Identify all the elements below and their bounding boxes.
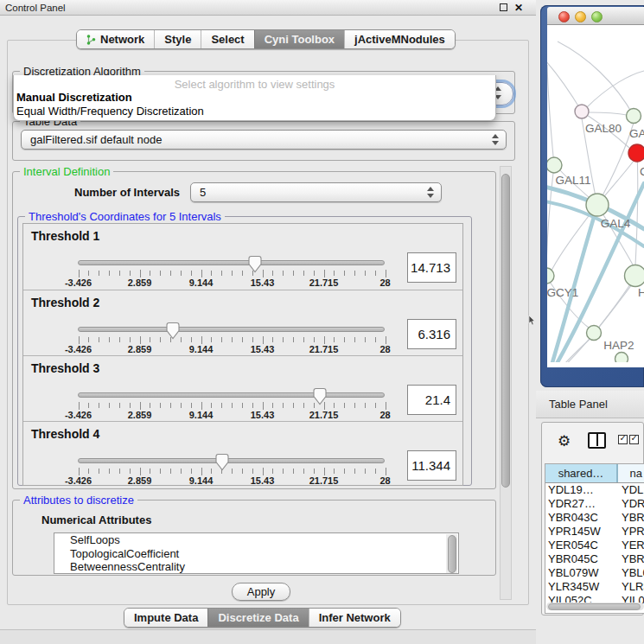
- node-ga[interactable]: [627, 109, 641, 124]
- network-graph[interactable]: GAL80 GA C GAL11 GAL4 GCY1 H HAP2: [547, 25, 644, 362]
- table-cell[interactable]: YBL0: [618, 566, 644, 580]
- threshold-value-box[interactable]: 6.316: [407, 319, 456, 349]
- table-cell[interactable]: YDL19…: [545, 483, 618, 497]
- table-cell[interactable]: YBL079W: [545, 566, 618, 580]
- combo-stepper-icon[interactable]: [490, 131, 501, 149]
- table-cell[interactable]: YLR345W: [545, 580, 618, 594]
- minimize-light-icon[interactable]: [575, 11, 586, 22]
- tab-label: jActiveMNodules: [354, 33, 445, 46]
- scrollbar-thumb[interactable]: [548, 603, 641, 610]
- table-cell[interactable]: YBR0: [618, 511, 644, 525]
- node-h[interactable]: [625, 265, 644, 287]
- table-cell[interactable]: YBR045C: [545, 552, 618, 566]
- checkboxes-icon[interactable]: [618, 435, 639, 444]
- node-gal80[interactable]: [575, 105, 589, 118]
- node-attribute-table[interactable]: shared… na YDL19…YDL1YDR27…YDR2YBR043CYB…: [545, 463, 644, 614]
- zoom-light-icon[interactable]: [591, 11, 603, 22]
- slider-tick: [109, 337, 110, 342]
- slider-track[interactable]: [78, 327, 385, 332]
- threshold-label: Threshold 3: [31, 361, 99, 375]
- slider-tick: [386, 336, 386, 344]
- table-row[interactable]: YBL079WYBL0: [545, 566, 644, 580]
- node-gal4[interactable]: [586, 194, 609, 216]
- table-cell[interactable]: YDR27…: [545, 497, 618, 511]
- table-cell[interactable]: YBR043C: [545, 511, 618, 525]
- algorithm-hint-item: Select algorithm to view settings: [14, 75, 495, 91]
- float-window-icon[interactable]: [500, 3, 507, 11]
- table-cell[interactable]: YLR3: [618, 580, 644, 594]
- slider-tick: [386, 468, 386, 475]
- split-columns-icon[interactable]: [588, 432, 606, 449]
- slider-tick: [181, 469, 182, 474]
- network-window-titlebar[interactable]: [547, 7, 644, 25]
- panel-vertical-scrollbar[interactable]: [500, 166, 512, 600]
- table-row[interactable]: YDL19…YDL1: [545, 483, 644, 497]
- tab-jactivemnodules[interactable]: jActiveMNodules: [344, 30, 455, 48]
- slider-tick: [334, 271, 335, 276]
- slider-track[interactable]: [78, 260, 385, 265]
- table-cell[interactable]: YPR1: [618, 525, 644, 539]
- node-red[interactable]: [628, 144, 644, 162]
- node-gal11[interactable]: [547, 157, 562, 173]
- tab-style[interactable]: Style: [154, 30, 201, 48]
- table-row[interactable]: YER054CYER0: [545, 539, 644, 552]
- algorithm-option-manual[interactable]: Manual Discretization: [14, 91, 495, 105]
- threshold-row: Threshold 1-3.4262.8599.14415.4321.71528…: [23, 224, 462, 290]
- table-row[interactable]: YLR345WYLR3: [545, 580, 644, 594]
- close-icon[interactable]: [513, 1, 525, 15]
- tab-infer-network[interactable]: Infer Network: [309, 609, 400, 627]
- slider-tick: [263, 402, 264, 410]
- slider-tick: [79, 468, 80, 475]
- attribute-list-item[interactable]: BetweennessCentrality: [54, 560, 458, 574]
- slider-track[interactable]: [78, 458, 385, 463]
- tab-select[interactable]: Select: [201, 30, 253, 48]
- node-bottom[interactable]: [615, 353, 628, 363]
- tab-impute-data[interactable]: Impute Data: [124, 609, 207, 627]
- numerical-attributes-list[interactable]: SelfLoopsTopologicalCoefficientBetweenne…: [54, 532, 459, 574]
- close-light-icon[interactable]: [558, 11, 570, 22]
- table-row[interactable]: YDR27…YDR2: [545, 497, 644, 511]
- tab-cyni-toolbox[interactable]: Cyni Toolbox: [254, 30, 344, 48]
- table-cell[interactable]: YER054C: [545, 539, 618, 552]
- num-intervals-combo[interactable]: 5: [190, 182, 442, 202]
- combo-stepper-icon[interactable]: [425, 183, 436, 201]
- table-horizontal-scrollbar[interactable]: [546, 603, 644, 610]
- table-row[interactable]: YBR043CYBR0: [545, 511, 644, 525]
- slider-tick: [109, 403, 110, 408]
- tab-network[interactable]: Network: [77, 30, 154, 48]
- attribute-list-item[interactable]: SelfLoops: [54, 533, 458, 547]
- slider-tick-label: -3.426: [65, 410, 92, 420]
- threshold-value-box[interactable]: 11.344: [407, 450, 456, 481]
- gear-icon[interactable]: [558, 432, 571, 450]
- table-cell[interactable]: YDL1: [618, 483, 644, 497]
- table-cell[interactable]: YBR0: [618, 552, 644, 566]
- table-cell[interactable]: YDR2: [618, 497, 644, 511]
- slider-knob[interactable]: [214, 453, 230, 471]
- slider-tick: [386, 402, 386, 410]
- table-data-combo[interactable]: galFiltered.sif default node: [21, 130, 507, 150]
- column-header-shared[interactable]: shared…: [545, 464, 618, 482]
- threshold-value-box[interactable]: 14.713: [407, 252, 456, 283]
- algorithm-option-equal-width[interactable]: Equal Width/Frequency Discretization: [14, 105, 495, 118]
- slider-knob[interactable]: [312, 387, 328, 405]
- attribute-list-item[interactable]: TopologicalCoefficient: [54, 547, 458, 561]
- apply-button[interactable]: Apply: [232, 583, 290, 601]
- node-gcy1[interactable]: [547, 268, 554, 284]
- table-cell[interactable]: YPR145W: [545, 525, 618, 539]
- slider-knob[interactable]: [165, 322, 181, 340]
- slider-track[interactable]: [78, 392, 385, 398]
- slider-knob[interactable]: [247, 255, 263, 273]
- table-row[interactable]: YPR145WYPR1: [545, 525, 644, 539]
- slider-tick: [303, 337, 304, 342]
- scrollbar-thumb[interactable]: [501, 174, 510, 488]
- slider-tick: [211, 469, 212, 474]
- node-hap2[interactable]: [587, 326, 602, 341]
- slider-tick: [201, 468, 202, 475]
- table-row[interactable]: YBR045CYBR0: [545, 552, 644, 566]
- table-cell[interactable]: YER0: [618, 539, 644, 552]
- column-header-name[interactable]: na: [618, 464, 644, 482]
- list-scrollbar[interactable]: [446, 534, 457, 574]
- control-panel-titlebar: Control Panel: [0, 0, 536, 16]
- threshold-value-box[interactable]: 21.4: [407, 385, 456, 415]
- tab-discretize-data[interactable]: Discretize Data: [207, 609, 308, 627]
